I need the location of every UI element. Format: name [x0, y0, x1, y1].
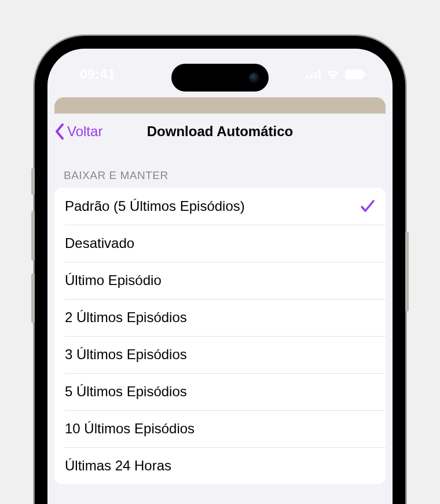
options-list: Padrão (5 Últimos Episódios) Desativado … [54, 188, 386, 484]
option-row-last-10[interactable]: 10 Últimos Episódios [54, 410, 386, 447]
dynamic-island [171, 64, 269, 92]
status-indicators [306, 70, 366, 79]
option-row-default[interactable]: Padrão (5 Últimos Episódios) [54, 188, 386, 225]
navigation-bar: Voltar Download Automático [47, 114, 393, 149]
svg-rect-5 [364, 72, 366, 76]
svg-rect-3 [318, 70, 321, 79]
page-title: Download Automático [147, 123, 293, 140]
option-row-last-5[interactable]: 5 Últimos Episódios [54, 373, 386, 410]
screen: 09:41 [47, 49, 393, 504]
option-label: Desativado [65, 235, 134, 251]
wifi-icon [326, 70, 340, 79]
side-button-volume-down [31, 273, 35, 323]
section-header: BAIXAR E MANTER [47, 149, 393, 188]
phone-bezel: 09:41 [38, 39, 402, 504]
option-label: Último Episódio [65, 272, 162, 288]
side-button-power [405, 232, 409, 312]
front-camera [249, 72, 259, 83]
option-row-last-24h[interactable]: Últimas 24 Horas [54, 447, 386, 484]
option-label: 5 Últimos Episódios [65, 384, 187, 400]
settings-sheet: Voltar Download Automático BAIXAR E MANT… [47, 114, 393, 504]
side-button-volume-up [31, 211, 35, 261]
svg-rect-0 [306, 75, 309, 79]
option-label: Últimas 24 Horas [65, 458, 171, 474]
back-button[interactable]: Voltar [54, 123, 102, 140]
option-row-last-episode[interactable]: Último Episódio [54, 262, 386, 299]
phone-frame: 09:41 [35, 36, 405, 504]
status-time: 09:41 [80, 67, 115, 82]
checkmark-icon [360, 199, 375, 213]
option-label: 2 Últimos Episódios [65, 309, 187, 326]
side-button-silent [31, 168, 35, 195]
chevron-left-icon [54, 123, 65, 140]
option-row-off[interactable]: Desativado [54, 225, 386, 262]
cellular-icon [306, 70, 321, 79]
svg-rect-1 [310, 74, 313, 79]
back-label: Voltar [67, 123, 102, 140]
option-label: 3 Últimos Episódios [65, 346, 187, 363]
option-row-last-2[interactable]: 2 Últimos Episódios [54, 299, 386, 336]
option-label: 10 Últimos Episódios [65, 421, 195, 437]
option-label: Padrão (5 Últimos Episódios) [65, 198, 245, 214]
battery-icon [345, 70, 366, 79]
option-row-last-3[interactable]: 3 Últimos Episódios [54, 336, 386, 373]
svg-rect-2 [314, 72, 317, 79]
svg-rect-4 [345, 70, 364, 79]
